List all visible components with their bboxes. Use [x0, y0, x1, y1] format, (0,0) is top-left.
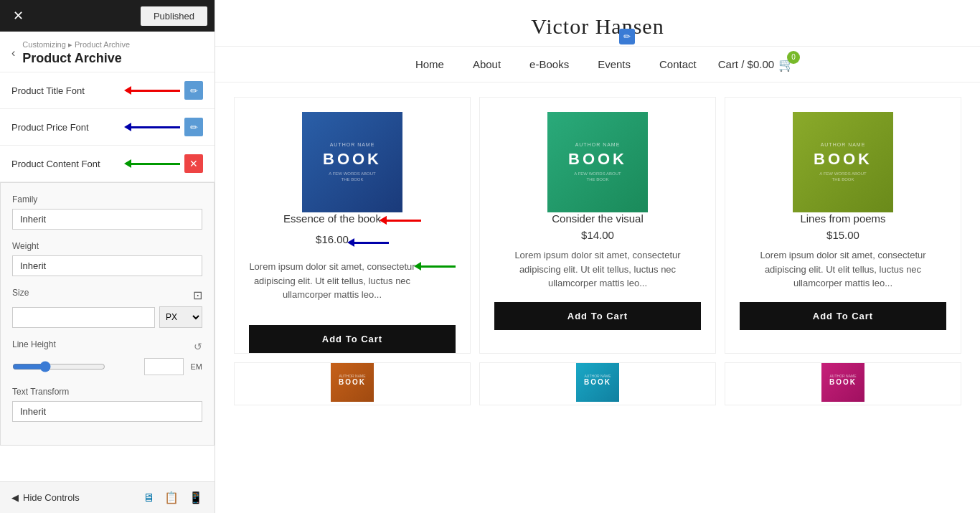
- site-title-edit-button[interactable]: ✏: [619, 29, 635, 44]
- size-label: Size: [12, 288, 29, 298]
- product-price-0: $16.00: [316, 233, 349, 245]
- family-group: Family Inherit: [12, 194, 202, 230]
- partial-image-2: AUTHOR NAME BOOK: [821, 362, 864, 402]
- product-content-font-label: Product Content Font: [11, 159, 130, 169]
- nav-about[interactable]: About: [458, 55, 515, 73]
- product-card-2: AUTHOR NAME BOOK A FEW WORDS ABOUTTHE BO…: [725, 97, 961, 354]
- line-height-slider[interactable]: [12, 361, 105, 372]
- nav-events[interactable]: Events: [583, 55, 645, 73]
- price-font-edit-button[interactable]: ✏: [184, 118, 203, 136]
- line-height-value-input[interactable]: [144, 358, 184, 375]
- close-button[interactable]: ✕: [7, 5, 29, 27]
- right-content: Victor Hansen ✏ Home About e-Books Event…: [215, 0, 980, 513]
- size-input[interactable]: [12, 307, 155, 328]
- cart-label: Cart / $0.00: [718, 58, 774, 70]
- family-label: Family: [12, 194, 202, 204]
- page-title: Product Archive: [22, 51, 130, 66]
- text-transform-label: Text Transform: [12, 387, 202, 397]
- content-font-close-button[interactable]: ✕: [184, 154, 203, 173]
- family-select[interactable]: Inherit: [12, 209, 202, 230]
- site-title: Victor Hansen: [531, 14, 664, 39]
- add-to-cart-button-1[interactable]: Add To Cart: [494, 302, 701, 330]
- weight-label: Weight: [12, 241, 202, 251]
- responsive-icon[interactable]: ⊡: [193, 288, 202, 302]
- site-header: Victor Hansen ✏: [215, 0, 980, 47]
- font-row-content: Product Content Font ✕: [0, 146, 215, 182]
- book-sub-2: A FEW WORDS ABOUTTHE BOOK: [819, 171, 866, 183]
- mobile-icon[interactable]: 📱: [189, 491, 203, 504]
- products-grid-row2: AUTHOR NAME BOOK AUTHOR NAME BOOK AUTHOR…: [215, 362, 980, 405]
- add-to-cart-button-0[interactable]: Add To Cart: [249, 325, 456, 353]
- partial-book-main-1: BOOK: [584, 378, 611, 386]
- product-card-1: AUTHOR NAME BOOK A FEW WORDS ABOUTTHE BO…: [479, 97, 716, 354]
- book-top-2: AUTHOR NAME: [821, 142, 866, 147]
- product-title-1: Consider the visual: [552, 212, 644, 225]
- product-image-0: AUTHOR NAME BOOK A FEW WORDS ABOUTTHE BO…: [302, 112, 402, 212]
- product-title-2: Lines from poems: [800, 212, 885, 225]
- product-price-font-label: Product Price Font: [11, 122, 130, 133]
- nav-contact[interactable]: Contact: [645, 55, 711, 73]
- published-button[interactable]: Published: [141, 6, 207, 26]
- site-nav: Home About e-Books Events Contact Cart /…: [215, 47, 980, 83]
- breadcrumb-path: Customizing ▸ Product Archive: [22, 40, 130, 50]
- product-title-font-label: Product Title Font: [11, 85, 130, 96]
- product-card-0: AUTHOR NAME BOOK A FEW WORDS ABOUTTHE BO…: [234, 97, 471, 354]
- text-transform-group: Text Transform Inherit: [12, 387, 202, 422]
- nav-home[interactable]: Home: [401, 55, 458, 73]
- book-sub-0: A FEW WORDS ABOUTTHE BOOK: [329, 171, 375, 183]
- font-settings-panel: Family Inherit Weight Inherit Size: [0, 182, 215, 446]
- book-main-0: BOOK: [323, 150, 382, 169]
- hide-controls-toggle[interactable]: ◀ Hide Controls: [11, 492, 80, 503]
- book-top-0: AUTHOR NAME: [330, 142, 375, 147]
- text-transform-select[interactable]: Inherit: [12, 401, 202, 422]
- product-image-1: AUTHOR NAME BOOK A FEW WORDS ABOUTTHE BO…: [547, 112, 648, 212]
- book-main-1: BOOK: [568, 150, 627, 169]
- breadcrumb-content: Customizing ▸ Product Archive Product Ar…: [22, 40, 130, 66]
- partial-image-1: AUTHOR NAME BOOK: [576, 362, 619, 402]
- cart-area[interactable]: Cart / $0.00 🛒 0: [718, 57, 794, 72]
- font-row-title: Product Title Font ✏: [0, 72, 215, 109]
- partial-book-main-2: BOOK: [829, 378, 857, 386]
- product-desc-row-0: Lorem ipsum dolor sit amet, consectetur …: [249, 260, 456, 314]
- hide-controls-label: Hide Controls: [23, 492, 80, 503]
- book-sub-1: A FEW WORDS ABOUTTHE BOOK: [574, 171, 621, 183]
- top-bar: ✕ Published: [0, 0, 215, 32]
- nav-ebooks[interactable]: e-Books: [515, 55, 583, 73]
- text-transform-select-wrapper: Inherit: [12, 401, 202, 422]
- size-row: PX EM %: [12, 306, 202, 328]
- product-desc-1: Lorem ipsum dolor sit amet, consectetur …: [494, 248, 701, 291]
- device-icons: 🖥 📋 📱: [143, 491, 203, 504]
- product-price-1: $14.00: [581, 229, 614, 241]
- weight-select-wrapper: Inherit: [12, 255, 202, 276]
- tablet-icon[interactable]: 📋: [164, 491, 179, 504]
- weight-select[interactable]: Inherit: [12, 255, 202, 276]
- cart-badge: 0: [787, 51, 800, 64]
- line-height-row: EM: [12, 358, 202, 375]
- products-grid: AUTHOR NAME BOOK A FEW WORDS ABOUTTHE BO…: [215, 83, 980, 362]
- product-image-2: AUTHOR NAME BOOK A FEW WORDS ABOUTTHE BO…: [793, 112, 893, 212]
- hide-controls-arrow: ◀: [11, 492, 19, 503]
- product-card-partial-1: AUTHOR NAME BOOK: [479, 362, 716, 405]
- partial-image-0: AUTHOR NAME BOOK: [331, 362, 374, 402]
- product-desc-0: Lorem ipsum dolor sit amet, consectetur …: [249, 260, 415, 302]
- red-arrow-title: [385, 220, 421, 222]
- back-button[interactable]: ‹: [11, 47, 15, 60]
- line-height-label: Line Height: [12, 339, 56, 349]
- breadcrumb-area: ‹ Customizing ▸ Product Archive Product …: [0, 32, 215, 72]
- line-height-group: Line Height ↺ EM: [12, 339, 202, 375]
- add-to-cart-button-2[interactable]: Add To Cart: [740, 302, 946, 330]
- font-controls: Product Title Font ✏ Product Price Font …: [0, 72, 215, 481]
- size-group: Size ⊡ PX EM %: [12, 288, 202, 328]
- product-title-0: Essence of the book: [283, 212, 381, 225]
- family-select-wrapper: Inherit: [12, 209, 202, 230]
- product-price-2: $15.00: [826, 229, 859, 241]
- size-unit-select[interactable]: PX EM %: [159, 306, 202, 328]
- weight-group: Weight Inherit: [12, 241, 202, 276]
- title-font-edit-button[interactable]: ✏: [184, 81, 203, 100]
- book-main-2: BOOK: [814, 150, 872, 169]
- product-price-row-0: $16.00: [316, 233, 389, 253]
- desktop-icon[interactable]: 🖥: [143, 491, 154, 504]
- product-desc-2: Lorem ipsum dolor sit amet, consectetur …: [740, 248, 946, 291]
- product-card-partial-0: AUTHOR NAME BOOK: [234, 362, 471, 405]
- refresh-icon[interactable]: ↺: [194, 341, 202, 352]
